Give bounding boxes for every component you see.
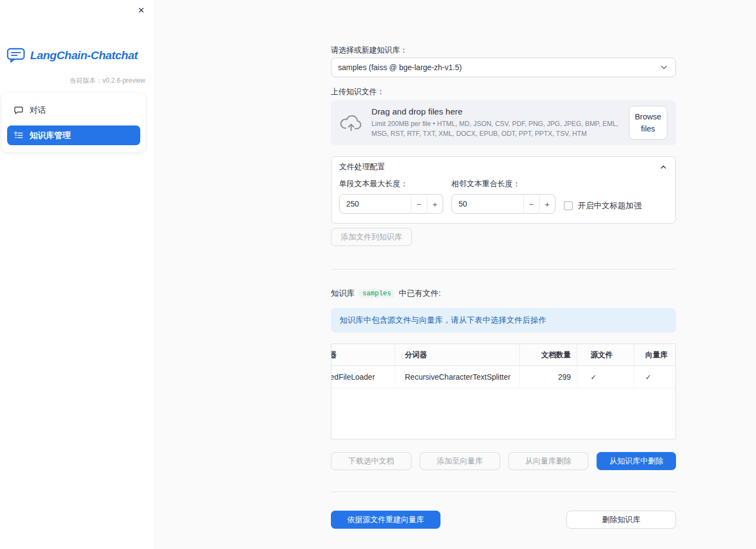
info-banner-text: 知识库中包含源文件与向量库，请从下表中选择文件后操作 xyxy=(340,315,546,325)
overlap-label: 相邻文本重合长度： xyxy=(451,179,555,189)
browse-files-button[interactable]: Browse files xyxy=(629,106,667,140)
existing-files-prefix: 知识库 xyxy=(331,288,355,299)
divider xyxy=(331,491,676,492)
existing-files-line: 知识库 samples 中已有文件: xyxy=(331,288,441,299)
files-table[interactable]: 文档加载器 分词器 文档数量 源文件 向量库 UnstructuredFileL… xyxy=(331,344,676,439)
download-selected-button[interactable]: 下载选中文档 xyxy=(331,452,411,470)
table-row: UnstructuredFileLoader RecursiveCharacte… xyxy=(331,366,675,388)
overlap-field: 相邻文本重合长度： 50 − + xyxy=(451,179,555,214)
cloud-upload-icon xyxy=(340,115,363,131)
existing-files-suffix: 中已有文件: xyxy=(399,288,441,299)
app-logo: LangChain-Chatchat xyxy=(7,47,138,63)
chevron-down-icon xyxy=(659,62,669,72)
col-vector-header: 向量库 xyxy=(634,344,675,365)
delete-from-vector-button[interactable]: 从向量库删除 xyxy=(508,452,589,470)
file-dropzone[interactable]: Drag and drop files here Limit 200MB per… xyxy=(331,100,676,145)
sidebar-menu: 对话 知识库管理 xyxy=(2,93,146,152)
delete-kb-button[interactable]: 删除知识库 xyxy=(566,511,676,529)
kb-select-label: 请选择或新建知识库： xyxy=(331,45,408,55)
logo-chat-icon xyxy=(7,47,25,63)
sidebar-close-button[interactable]: ✕ xyxy=(135,4,147,16)
rebuild-vector-button[interactable]: 依据源文件重建向量库 xyxy=(331,511,440,529)
chunk-size-field: 单段文本最大长度： 250 − + xyxy=(339,179,443,214)
kb-name-code: samples xyxy=(359,289,395,298)
kb-selectbox[interactable]: samples (faiss @ bge-large-zh-v1.5) xyxy=(331,58,676,77)
sidebar-item-kb-management[interactable]: 知识库管理 xyxy=(7,125,140,145)
sidebar-item-label: 对话 xyxy=(30,105,46,116)
row-actions: 下载选中文档 添加至向量库 从向量库删除 从知识库中删除 xyxy=(331,452,676,470)
col-splitter-header: 分词器 xyxy=(394,344,519,365)
chunk-size-input: 250 − + xyxy=(339,194,443,214)
info-banner: 知识库中包含源文件与向量库，请从下表中选择文件后操作 xyxy=(331,308,676,333)
expander-title: 文件处理配置 xyxy=(339,162,385,172)
version-label: 当前版本：v0.2.6-preview xyxy=(70,76,145,85)
col-source-header: 源文件 xyxy=(577,344,634,365)
overlap-value[interactable]: 50 xyxy=(452,195,523,213)
bottom-actions: 依据源文件重建向量库 删除知识库 xyxy=(331,511,676,529)
add-to-vector-button[interactable]: 添加至向量库 xyxy=(420,452,500,470)
sidebar: ✕ LangChain-Chatchat 当前版本：v0.2.6-preview… xyxy=(0,0,153,549)
app-logo-text: LangChain-Chatchat xyxy=(30,49,138,62)
config-expander: 文件处理配置 单段文本最大长度： 250 − + 相邻文本重合长度： 50 − … xyxy=(331,156,676,224)
col-loader-header: 文档加载器 xyxy=(331,344,394,365)
plus-button[interactable]: + xyxy=(539,195,555,213)
cell-doc-count[interactable]: 299 xyxy=(519,366,577,388)
cell-loader[interactable]: UnstructuredFileLoader xyxy=(331,366,394,388)
zh-title-checkbox-label: 开启中文标题加强 xyxy=(578,201,642,211)
sidebar-item-label: 知识库管理 xyxy=(30,130,71,141)
sidebar-item-chat[interactable]: 对话 xyxy=(7,100,140,120)
minus-button[interactable]: − xyxy=(523,195,539,213)
overlap-input: 50 − + xyxy=(451,194,555,214)
zh-title-checkbox[interactable] xyxy=(564,201,573,210)
dropzone-title: Drag and drop files here xyxy=(371,107,620,117)
list-icon xyxy=(14,131,23,140)
table-header-row: 文档加载器 分词器 文档数量 源文件 向量库 xyxy=(331,344,675,366)
upload-files-label: 上传知识文件： xyxy=(331,87,385,97)
chevron-up-icon xyxy=(659,163,668,171)
expander-header[interactable]: 文件处理配置 xyxy=(331,157,675,178)
divider xyxy=(331,269,676,270)
add-files-button[interactable]: 添加文件到知识库 xyxy=(331,228,412,246)
cell-source-check[interactable]: ✓ xyxy=(577,366,634,388)
col-doc-count-header: 文档数量 xyxy=(519,344,577,365)
plus-button[interactable]: + xyxy=(427,195,443,213)
chunk-size-value[interactable]: 250 xyxy=(340,195,411,213)
kb-select-value: samples (faiss @ bge-large-zh-v1.5) xyxy=(338,63,462,72)
delete-from-kb-button[interactable]: 从知识库中删除 xyxy=(597,452,676,470)
cell-splitter[interactable]: RecursiveCharacterTextSplitter xyxy=(394,366,519,388)
minus-button[interactable]: − xyxy=(411,195,427,213)
chunk-size-label: 单段文本最大长度： xyxy=(339,179,443,189)
chat-bubble-icon xyxy=(14,106,23,115)
zh-title-field: 开启中文标题加强 xyxy=(564,179,668,214)
expander-body: 单段文本最大长度： 250 − + 相邻文本重合长度： 50 − + 开启中文标… xyxy=(331,178,675,223)
dropzone-hint: Limit 200MB per file • HTML, MD, JSON, C… xyxy=(371,119,620,138)
cell-vector-check[interactable]: ✓ xyxy=(634,366,675,388)
